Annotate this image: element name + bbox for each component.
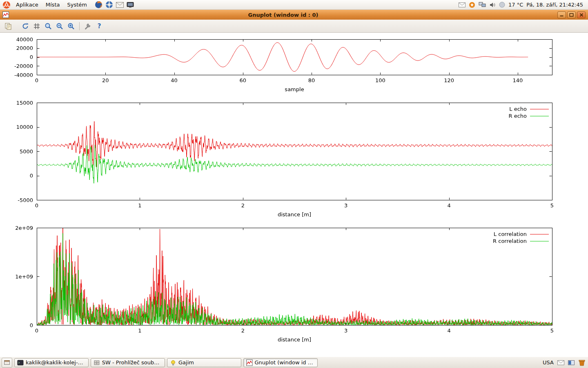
show-desktop-icon [4,359,10,366]
screenshot-icon[interactable] [127,2,134,8]
zoom-in-button[interactable] [65,21,77,31]
workspace-switcher-icon[interactable] [568,360,575,365]
gnuplot-icon [246,359,253,366]
correlation-chart[interactable] [0,223,588,356]
gnuplot-toolbar: ? [0,20,588,33]
taskbar-item-label: SW - Prohlížeč souborů [102,359,162,366]
configure-button[interactable] [82,21,94,31]
menu-applications[interactable]: Aplikace [12,0,42,9]
help-button[interactable]: ? [94,21,105,31]
clock[interactable]: Pá, 18. září, 21:42:45 [526,2,583,8]
plot-area [0,33,588,357]
taskbar-item-label: Gnuplot (window id : 0) [255,359,315,366]
copy-to-clipboard-button[interactable] [2,21,14,31]
svg-text:?: ? [98,22,101,30]
taskbar-item-terminal[interactable]: kaklik@kaklik-kolej-u... [14,358,89,367]
top-panel: Aplikace Místa Systém [0,0,588,10]
weather-icon[interactable] [499,2,505,8]
help-question-icon: ? [96,22,103,30]
taskbar-item-gnuplot[interactable]: Gnuplot (window id : 0) [243,358,318,367]
zoom-in-icon [67,22,75,30]
sample-waveform-chart[interactable] [0,34,588,96]
gnuplot-window-icon [2,11,9,18]
menu-places[interactable]: Místa [42,0,64,9]
file-manager-icon [94,359,100,366]
zoom-out-icon [56,22,63,30]
grid-icon [33,22,40,30]
volume-icon[interactable] [489,2,496,8]
gajim-icon [170,359,176,366]
zoom-button[interactable] [42,21,54,31]
mail-icon[interactable] [116,2,124,8]
keyboard-layout-indicator[interactable]: USA [543,359,554,366]
network-icon[interactable] [479,2,486,7]
wrench-icon [84,22,91,30]
zoom-out-button[interactable] [54,21,65,31]
desktop: Aplikace Místa Systém [0,0,588,368]
trash-icon[interactable] [578,359,586,366]
show-desktop-button[interactable] [2,358,12,368]
maximize-button[interactable] [567,11,576,18]
taskbar-item-label: kaklik@kaklik-kolej-u... [26,359,86,366]
taskbar-item-label: Gajim [178,359,194,366]
toolbar-separator [79,22,80,30]
minimize-button[interactable] [557,11,566,18]
terminal-icon [17,359,24,366]
software-update-icon[interactable] [469,2,475,8]
copy-icon [4,22,12,30]
window-controls [557,11,586,18]
taskbar: kaklik@kaklik-kolej-u... SW - Prohlížeč … [0,357,588,368]
taskbar-tray: USA [543,359,586,366]
panel-status-area: 17 °C Pá, 18. září, 21:42:45 [459,2,586,8]
taskbar-item-gajim[interactable]: Gajim [167,358,241,367]
temperature-indicator[interactable]: 17 °C [508,2,523,8]
window-titlebar[interactable]: Gnuplot (window id : 0) [0,10,588,20]
mail-tray-icon[interactable] [557,360,564,365]
mail-notification-icon[interactable] [459,2,466,7]
ubuntu-menu-icon[interactable] [2,1,11,9]
zoom-icon [45,22,52,30]
replot-icon [22,22,29,30]
echo-chart[interactable] [0,96,588,223]
window-title: Gnuplot (window id : 0) [9,12,557,18]
help-icon[interactable] [105,1,113,9]
close-button[interactable] [577,11,586,18]
toggle-grid-button[interactable] [31,21,42,31]
taskbar-item-file-manager[interactable]: SW - Prohlížeč souborů [91,358,165,367]
menu-system[interactable]: Systém [63,0,90,9]
panel-launchers [95,1,134,9]
replot-button[interactable] [20,21,31,31]
firefox-icon[interactable] [95,1,102,9]
